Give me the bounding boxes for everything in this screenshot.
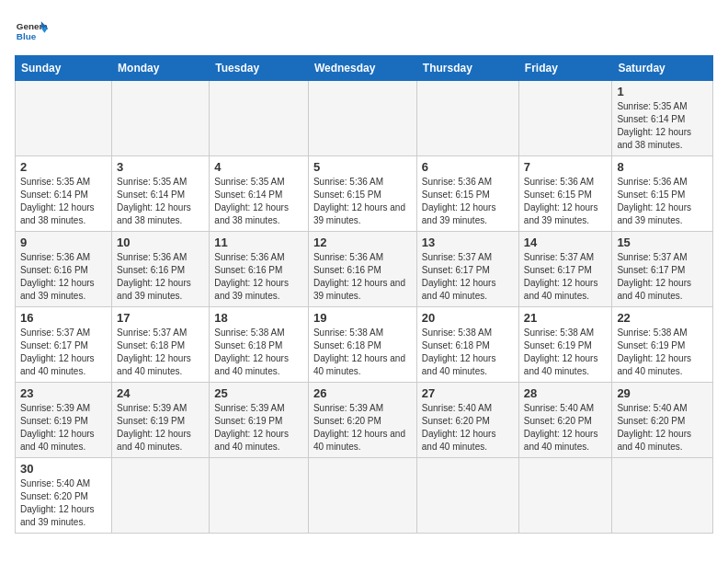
calendar-cell: 12Sunrise: 5:36 AMSunset: 6:16 PMDayligh… xyxy=(308,232,416,307)
day-number: 18 xyxy=(214,311,303,325)
day-number: 7 xyxy=(524,160,608,174)
day-number: 13 xyxy=(422,236,514,249)
calendar-cell: 15Sunrise: 5:37 AMSunset: 6:17 PMDayligh… xyxy=(612,232,713,307)
calendar-cell: 2Sunrise: 5:35 AMSunset: 6:14 PMDaylight… xyxy=(16,156,112,232)
day-number: 25 xyxy=(214,386,303,400)
day-info: Sunrise: 5:38 AMSunset: 6:18 PMDaylight:… xyxy=(422,327,514,378)
day-number: 5 xyxy=(313,160,412,174)
day-number: 15 xyxy=(617,236,708,249)
calendar-cell: 17Sunrise: 5:37 AMSunset: 6:18 PMDayligh… xyxy=(112,307,210,383)
day-number: 1 xyxy=(617,85,708,98)
day-info: Sunrise: 5:37 AMSunset: 6:17 PMDaylight:… xyxy=(422,251,514,303)
calendar-cell xyxy=(112,458,210,534)
day-number: 11 xyxy=(214,236,303,249)
calendar-cell xyxy=(416,81,518,156)
day-info: Sunrise: 5:40 AMSunset: 6:20 PMDaylight:… xyxy=(422,402,514,454)
day-number: 26 xyxy=(313,386,412,400)
day-number: 27 xyxy=(422,386,514,400)
calendar-cell: 10Sunrise: 5:36 AMSunset: 6:16 PMDayligh… xyxy=(112,232,210,307)
calendar-week-row: 23Sunrise: 5:39 AMSunset: 6:19 PMDayligh… xyxy=(16,383,713,458)
header: General Blue xyxy=(15,15,713,48)
calendar-cell: 16Sunrise: 5:37 AMSunset: 6:17 PMDayligh… xyxy=(16,307,112,383)
day-number: 22 xyxy=(617,311,708,325)
day-info: Sunrise: 5:36 AMSunset: 6:15 PMDaylight:… xyxy=(617,176,708,227)
calendar-cell: 4Sunrise: 5:35 AMSunset: 6:14 PMDaylight… xyxy=(210,156,309,232)
day-info: Sunrise: 5:37 AMSunset: 6:17 PMDaylight:… xyxy=(524,251,608,303)
weekday-header-wednesday: Wednesday xyxy=(308,56,416,81)
day-info: Sunrise: 5:40 AMSunset: 6:20 PMDaylight:… xyxy=(20,477,107,529)
day-info: Sunrise: 5:37 AMSunset: 6:17 PMDaylight:… xyxy=(20,327,107,378)
calendar-cell: 11Sunrise: 5:36 AMSunset: 6:16 PMDayligh… xyxy=(210,232,309,307)
day-info: Sunrise: 5:40 AMSunset: 6:20 PMDaylight:… xyxy=(617,402,708,454)
calendar-cell: 26Sunrise: 5:39 AMSunset: 6:20 PMDayligh… xyxy=(308,383,416,458)
calendar-cell xyxy=(518,81,612,156)
calendar-cell: 14Sunrise: 5:37 AMSunset: 6:17 PMDayligh… xyxy=(518,232,612,307)
calendar-cell xyxy=(416,458,518,534)
day-info: Sunrise: 5:37 AMSunset: 6:17 PMDaylight:… xyxy=(617,251,708,303)
day-info: Sunrise: 5:40 AMSunset: 6:20 PMDaylight:… xyxy=(524,402,608,454)
calendar-week-row: 30Sunrise: 5:40 AMSunset: 6:20 PMDayligh… xyxy=(16,458,713,534)
day-info: Sunrise: 5:36 AMSunset: 6:15 PMDaylight:… xyxy=(524,176,608,227)
weekday-header-friday: Friday xyxy=(518,56,612,81)
calendar-cell: 9Sunrise: 5:36 AMSunset: 6:16 PMDaylight… xyxy=(16,232,112,307)
calendar-cell: 23Sunrise: 5:39 AMSunset: 6:19 PMDayligh… xyxy=(16,383,112,458)
weekday-header-monday: Monday xyxy=(112,56,210,81)
logo-icon: General Blue xyxy=(15,15,48,48)
day-number: 30 xyxy=(20,462,107,476)
day-info: Sunrise: 5:36 AMSunset: 6:16 PMDaylight:… xyxy=(214,251,303,303)
day-number: 19 xyxy=(313,311,412,325)
weekday-header-thursday: Thursday xyxy=(416,56,518,81)
calendar-cell xyxy=(16,81,112,156)
day-number: 21 xyxy=(524,311,608,325)
day-info: Sunrise: 5:39 AMSunset: 6:19 PMDaylight:… xyxy=(117,402,204,454)
weekday-header-tuesday: Tuesday xyxy=(210,56,309,81)
calendar-cell: 25Sunrise: 5:39 AMSunset: 6:19 PMDayligh… xyxy=(210,383,309,458)
calendar-cell: 19Sunrise: 5:38 AMSunset: 6:18 PMDayligh… xyxy=(308,307,416,383)
day-number: 8 xyxy=(617,160,708,174)
day-number: 23 xyxy=(20,386,107,400)
calendar-week-row: 9Sunrise: 5:36 AMSunset: 6:16 PMDaylight… xyxy=(16,232,713,307)
calendar-week-row: 1Sunrise: 5:35 AMSunset: 6:14 PMDaylight… xyxy=(16,81,713,156)
calendar-cell: 20Sunrise: 5:38 AMSunset: 6:18 PMDayligh… xyxy=(416,307,518,383)
calendar-cell: 1Sunrise: 5:35 AMSunset: 6:14 PMDaylight… xyxy=(612,81,713,156)
day-number: 20 xyxy=(422,311,514,325)
calendar-cell: 3Sunrise: 5:35 AMSunset: 6:14 PMDaylight… xyxy=(112,156,210,232)
day-info: Sunrise: 5:35 AMSunset: 6:14 PMDaylight:… xyxy=(117,176,204,227)
day-number: 17 xyxy=(117,311,204,325)
calendar-cell xyxy=(518,458,612,534)
calendar-cell: 27Sunrise: 5:40 AMSunset: 6:20 PMDayligh… xyxy=(416,383,518,458)
weekday-header-sunday: Sunday xyxy=(16,56,112,81)
day-number: 9 xyxy=(20,236,107,249)
calendar-cell: 22Sunrise: 5:38 AMSunset: 6:19 PMDayligh… xyxy=(612,307,713,383)
day-info: Sunrise: 5:35 AMSunset: 6:14 PMDaylight:… xyxy=(617,100,708,152)
calendar-cell xyxy=(612,458,713,534)
day-number: 2 xyxy=(20,160,107,174)
day-number: 10 xyxy=(117,236,204,249)
calendar-cell xyxy=(210,81,309,156)
day-info: Sunrise: 5:36 AMSunset: 6:16 PMDaylight:… xyxy=(20,251,107,303)
calendar-cell xyxy=(308,81,416,156)
calendar-cell: 13Sunrise: 5:37 AMSunset: 6:17 PMDayligh… xyxy=(416,232,518,307)
calendar-table: SundayMondayTuesdayWednesdayThursdayFrid… xyxy=(15,55,713,534)
day-info: Sunrise: 5:38 AMSunset: 6:19 PMDaylight:… xyxy=(524,327,608,378)
day-info: Sunrise: 5:36 AMSunset: 6:15 PMDaylight:… xyxy=(422,176,514,227)
day-number: 28 xyxy=(524,386,608,400)
day-number: 14 xyxy=(524,236,608,249)
calendar-cell: 29Sunrise: 5:40 AMSunset: 6:20 PMDayligh… xyxy=(612,383,713,458)
day-info: Sunrise: 5:35 AMSunset: 6:14 PMDaylight:… xyxy=(20,176,107,227)
day-info: Sunrise: 5:36 AMSunset: 6:16 PMDaylight:… xyxy=(313,251,412,303)
calendar-cell xyxy=(308,458,416,534)
day-info: Sunrise: 5:39 AMSunset: 6:20 PMDaylight:… xyxy=(313,402,412,454)
calendar-cell: 6Sunrise: 5:36 AMSunset: 6:15 PMDaylight… xyxy=(416,156,518,232)
day-number: 29 xyxy=(617,386,708,400)
day-number: 16 xyxy=(20,311,107,325)
day-info: Sunrise: 5:35 AMSunset: 6:14 PMDaylight:… xyxy=(214,176,303,227)
weekday-header-saturday: Saturday xyxy=(612,56,713,81)
calendar-cell xyxy=(210,458,309,534)
calendar-week-row: 16Sunrise: 5:37 AMSunset: 6:17 PMDayligh… xyxy=(16,307,713,383)
day-info: Sunrise: 5:38 AMSunset: 6:18 PMDaylight:… xyxy=(214,327,303,378)
day-number: 24 xyxy=(117,386,204,400)
calendar-week-row: 2Sunrise: 5:35 AMSunset: 6:14 PMDaylight… xyxy=(16,156,713,232)
calendar-cell: 24Sunrise: 5:39 AMSunset: 6:19 PMDayligh… xyxy=(112,383,210,458)
weekday-header-row: SundayMondayTuesdayWednesdayThursdayFrid… xyxy=(16,56,713,81)
